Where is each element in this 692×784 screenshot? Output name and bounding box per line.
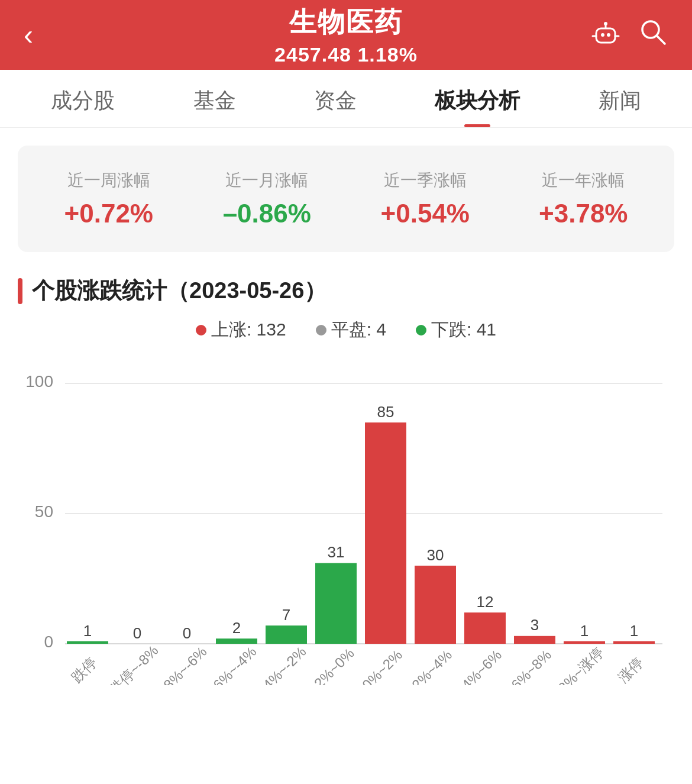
- section-title-block: 个股涨跌统计（2023-05-26）: [18, 276, 674, 306]
- svg-text:31: 31: [328, 543, 345, 561]
- bar-5: [315, 563, 357, 644]
- legend-flat-label: 平盘: 4: [331, 318, 386, 342]
- svg-text:4%~6%: 4%~6%: [458, 647, 505, 685]
- svg-text:1: 1: [580, 622, 588, 640]
- svg-rect-2: [607, 33, 610, 37]
- tab-zijin[interactable]: 资金: [314, 86, 357, 127]
- svg-text:0: 0: [133, 624, 141, 642]
- svg-line-8: [657, 36, 665, 44]
- stat-month-value: –0.86%: [188, 199, 347, 228]
- bar-10: [564, 641, 605, 644]
- chart-svg: 100 50 0 1 跌停 0 跌停~-8% 0 -8%~-6% 2 -6%~-…: [18, 354, 674, 685]
- svg-text:0%~2%: 0%~2%: [359, 647, 405, 685]
- stat-week: 近一周涨幅 +0.72%: [30, 163, 188, 234]
- stat-year-label: 近一年涨幅: [505, 169, 663, 192]
- stat-week-label: 近一周涨幅: [30, 169, 188, 192]
- legend-rise-label: 上涨: 132: [211, 318, 286, 342]
- legend-fall: 下跌: 41: [416, 318, 496, 342]
- svg-rect-1: [601, 33, 604, 37]
- svg-text:85: 85: [377, 403, 394, 421]
- svg-text:8%~涨停: 8%~涨停: [555, 644, 606, 685]
- svg-text:100: 100: [25, 372, 53, 391]
- svg-point-4: [604, 22, 607, 25]
- header: ‹ 生物医药 2457.48 1.18%: [0, 0, 692, 70]
- stat-year-value: +3.78%: [505, 199, 663, 228]
- svg-text:1: 1: [630, 622, 638, 640]
- page-title: 生物医药: [274, 4, 418, 41]
- bar-4: [266, 625, 307, 644]
- legend-fall-label: 下跌: 41: [431, 318, 496, 342]
- section-bar-icon: [18, 278, 22, 304]
- svg-text:-2%~0%: -2%~0%: [308, 645, 357, 685]
- tab-chenfen[interactable]: 成分股: [51, 86, 115, 127]
- svg-text:-6%~-4%: -6%~-4%: [206, 643, 259, 685]
- tab-banpai[interactable]: 板块分析: [435, 86, 520, 127]
- legend-flat-dot: [316, 325, 326, 335]
- header-actions: [590, 17, 668, 53]
- svg-text:1: 1: [83, 622, 92, 640]
- tab-xinwen[interactable]: 新闻: [599, 86, 641, 127]
- back-button[interactable]: ‹: [24, 21, 33, 49]
- bar-9: [514, 636, 555, 644]
- svg-text:6%~8%: 6%~8%: [508, 647, 554, 685]
- stats-panel: 近一周涨幅 +0.72% 近一月涨幅 –0.86% 近一季涨幅 +0.54% 近…: [18, 146, 674, 252]
- stat-quarter-label: 近一季涨幅: [346, 169, 505, 192]
- bar-chart: 100 50 0 1 跌停 0 跌停~-8% 0 -8%~-6% 2 -6%~-…: [18, 354, 674, 688]
- stat-year: 近一年涨幅 +3.78%: [505, 163, 663, 234]
- search-icon[interactable]: [638, 17, 668, 53]
- svg-text:30: 30: [427, 546, 444, 564]
- svg-text:3: 3: [531, 616, 539, 634]
- tab-bar: 成分股 基金 资金 板块分析 新闻: [0, 70, 692, 128]
- legend-flat: 平盘: 4: [316, 318, 386, 342]
- section-title-text: 个股涨跌统计（2023-05-26）: [32, 276, 326, 306]
- header-subtitle: 2457.48 1.18%: [274, 43, 418, 66]
- bar-7: [415, 566, 456, 644]
- header-center: 生物医药 2457.48 1.18%: [274, 4, 418, 66]
- stat-quarter-value: +0.54%: [346, 199, 505, 228]
- bar-3: [216, 638, 257, 644]
- svg-text:涨停: 涨停: [615, 654, 646, 685]
- svg-text:12: 12: [477, 593, 494, 611]
- bar-6: [365, 422, 406, 644]
- svg-text:-8%~-6%: -8%~-6%: [157, 643, 209, 685]
- legend-rise: 上涨: 132: [196, 318, 286, 342]
- stat-quarter: 近一季涨幅 +0.54%: [346, 163, 505, 234]
- svg-text:50: 50: [35, 502, 53, 521]
- chart-legend: 上涨: 132 平盘: 4 下跌: 41: [0, 318, 692, 342]
- bar-0: [67, 641, 108, 644]
- stat-month-label: 近一月涨幅: [188, 169, 347, 192]
- stat-month: 近一月涨幅 –0.86%: [188, 163, 347, 234]
- svg-text:7: 7: [282, 606, 290, 624]
- bar-11: [613, 641, 655, 644]
- legend-rise-dot: [196, 325, 206, 335]
- legend-fall-dot: [416, 325, 426, 335]
- stat-week-value: +0.72%: [30, 199, 188, 228]
- svg-text:2: 2: [232, 619, 241, 637]
- robot-icon[interactable]: [590, 17, 621, 53]
- svg-rect-0: [596, 28, 615, 43]
- svg-text:2%~4%: 2%~4%: [409, 647, 455, 685]
- tab-jijin[interactable]: 基金: [193, 86, 236, 127]
- svg-text:0: 0: [44, 633, 53, 651]
- svg-text:跌停: 跌停: [68, 654, 99, 685]
- svg-text:0: 0: [183, 624, 191, 642]
- bar-8: [464, 612, 506, 644]
- svg-text:跌停~-8%: 跌停~-8%: [106, 642, 161, 685]
- svg-text:-4%~-2%: -4%~-2%: [256, 643, 309, 685]
